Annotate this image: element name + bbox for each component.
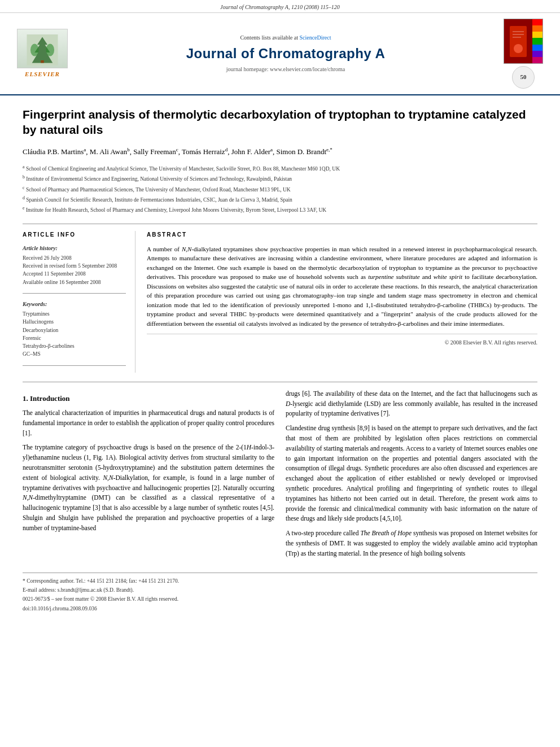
abstract-white-spirit: white spirit [434,273,462,280]
svg-rect-2 [41,60,44,63]
keyword-3: Decarboxylation [23,327,126,334]
affiliation-d: d Spanish Council for Scientific Researc… [23,195,537,204]
journal-cover-section: 50 [498,19,549,89]
doi-note: doi:10.1016/j.chroma.2008.09.036 [23,605,537,613]
section1-title: Introduction [30,394,70,403]
homepage-text: journal homepage: www.elsevier.com/locat… [226,66,345,72]
elsevier-logo: ELSEVIER [11,29,73,78]
section1-heading: 1. Introduction [23,394,274,404]
elsevier-logo-image [17,29,68,68]
svg-point-4 [46,43,54,56]
keyword-6: GC–MS [23,351,126,358]
body-para-5: A two-step procedure called The Breath o… [286,528,537,558]
authors-line: Cláudia P.B. Martinsa, M. Ali Awanb, Sal… [23,146,537,158]
impact-factor-badge: 50 [512,66,535,89]
body-para-1: The analytical characterization of impur… [23,408,274,438]
svg-point-9 [514,44,523,53]
cover-stripes [532,19,542,63]
author-claudia: Cláudia P.B. Martinsa, [23,147,90,156]
elsevier-logo-section: ELSEVIER [11,29,73,78]
elsevier-tree-icon [25,34,59,65]
author-john: John F. Aldera, [231,147,277,156]
journal-header: ELSEVIER Contents lists available at Sci… [0,13,560,95]
abstract-nn: N,N [182,246,191,252]
body-right-column: drugs [6]. The availability of these dat… [286,389,537,563]
affiliation-e: e Institute for Health Research, School … [23,205,537,214]
keyword-5: Tetrahydro-β-carbolines [23,343,126,350]
journal-title-section: Contents lists available at ScienceDirec… [73,34,498,73]
affiliation-b: b Institute of Environmental Science and… [23,174,537,183]
abstract-heading: ABSTRACT [147,231,537,239]
journal-reference: Journal of Chromatography A, 1210 (2008)… [0,0,560,13]
keywords-label: Keywords: [23,300,126,308]
abstract-text: A number of N,N-dialkylated tryptamines … [147,244,537,329]
author-tomas: Tomás Herraizd, [182,147,231,156]
keyword-2: Hallucinogens [23,318,126,326]
footnotes-section: * Corresponding author. Tel.: +44 151 23… [23,573,537,613]
journal-title: Journal of Chromatography A [79,44,492,63]
keyword-1: Tryptamines [23,311,126,318]
author-ali: M. Ali Awanb, [90,147,133,156]
elsevier-text: ELSEVIER [25,70,60,78]
article-info-column: ARTICLE INFO Article history: Received 2… [23,231,135,373]
received-date: Received 26 July 2008 [23,255,126,262]
corresponding-author-note: * Corresponding author. Tel.: +44 151 23… [23,578,537,585]
keywords-divider [23,365,126,366]
article-info-heading: ARTICLE INFO [23,231,126,239]
journal-cover-image [504,19,543,64]
sciencedirect-link[interactable]: Contents lists available at ScienceDirec… [79,34,492,42]
author-simon: Simon D. Brandte,* [277,147,333,156]
body-para-2: The tryptamine category of psychoactive … [23,443,274,533]
article-content: Fingerprint analysis of thermolytic deca… [0,95,560,626]
affiliations: a School of Chemical Engineering and Ana… [23,164,537,215]
abstract-column: ABSTRACT A number of N,N-dialkylated try… [147,231,537,373]
affiliation-c: c School of Pharmacy and Pharmaceutical … [23,185,537,194]
body-left-column: 1. Introduction The analytical character… [23,389,274,563]
affiliation-a: a School of Chemical Engineering and Ana… [23,164,537,173]
history-label: Article history: [23,244,126,252]
body-section: 1. Introduction The analytical character… [23,389,537,563]
section1-number: 1. [23,394,28,403]
contents-label: Contents lists available at [240,34,298,41]
header-divider [23,224,537,224]
keyword-4: Forensic [23,335,126,342]
author-sally: Sally Freemanc, [133,147,182,156]
journal-ref-text: Journal of Chromatography A, 1210 (2008)… [220,4,340,10]
abstract-turpentine: turpentine substitute [368,273,420,280]
info-divider [23,293,126,294]
article-history: Article history: Received 26 July 2008 R… [23,244,126,286]
issn-note: 0021-9673/$ – see front matter © 2008 El… [23,596,537,603]
journal-homepage: journal homepage: www.elsevier.com/locat… [79,65,492,73]
body-para-4: Clandestine drug synthesis [8,9] is base… [286,423,537,524]
article-title: Fingerprint analysis of thermolytic deca… [23,107,537,138]
body-para-3: drugs [6]. The availability of these dat… [286,389,537,419]
keywords-section: Keywords: Tryptamines Hallucinogens Deca… [23,300,126,359]
copyright-notice: © 2008 Elsevier B.V. All rights reserved… [147,334,537,347]
revised-date: Received in revised form 5 September 200… [23,263,126,270]
email-note: E-mail address: s.brandt@ljmu.ac.uk (S.D… [23,587,537,594]
info-abstract-section: ARTICLE INFO Article history: Received 2… [23,231,537,373]
available-date: Available online 16 September 2008 [23,279,126,286]
body-divider [23,382,537,382]
accepted-date: Accepted 11 September 2008 [23,270,126,278]
sciencedirect-anchor[interactable]: ScienceDirect [299,34,331,41]
cover-graphic-icon [507,23,530,60]
svg-point-3 [30,43,39,56]
